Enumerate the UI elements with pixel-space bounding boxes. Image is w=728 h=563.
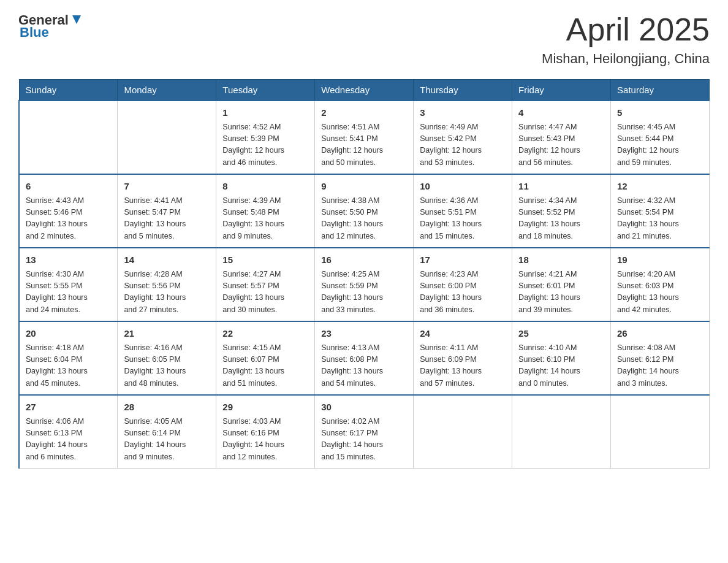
location-title: Mishan, Heilongjiang, China <box>542 51 710 67</box>
title-block: April 2025 Mishan, Heilongjiang, China <box>542 12 710 67</box>
day-info: Sunrise: 4:15 AM Sunset: 6:07 PM Dayligh… <box>222 342 308 390</box>
day-info: Sunrise: 4:18 AM Sunset: 6:04 PM Dayligh… <box>26 342 111 390</box>
day-info: Sunrise: 4:30 AM Sunset: 5:55 PM Dayligh… <box>26 269 111 316</box>
calendar-day-cell: 22Sunrise: 4:15 AM Sunset: 6:07 PM Dayli… <box>216 321 315 395</box>
calendar-header-tuesday: Tuesday <box>216 80 315 101</box>
day-number: 18 <box>518 253 604 267</box>
day-info: Sunrise: 4:38 AM Sunset: 5:50 PM Dayligh… <box>321 195 407 243</box>
calendar-day-cell: 19Sunrise: 4:20 AM Sunset: 6:03 PM Dayli… <box>611 248 710 321</box>
logo-blue: Blue <box>20 25 49 40</box>
calendar-day-cell: 21Sunrise: 4:16 AM Sunset: 6:05 PM Dayli… <box>118 321 216 395</box>
calendar-week-row: 27Sunrise: 4:06 AM Sunset: 6:13 PM Dayli… <box>19 395 710 469</box>
day-info: Sunrise: 4:23 AM Sunset: 6:00 PM Dayligh… <box>420 269 506 316</box>
calendar-day-cell <box>118 101 216 174</box>
day-number: 10 <box>420 180 506 194</box>
day-number: 23 <box>321 327 407 341</box>
day-info: Sunrise: 4:41 AM Sunset: 5:47 PM Dayligh… <box>124 195 210 243</box>
day-number: 8 <box>222 180 308 194</box>
day-number: 20 <box>26 327 111 341</box>
calendar-day-cell: 7Sunrise: 4:41 AM Sunset: 5:47 PM Daylig… <box>118 174 216 248</box>
day-number: 6 <box>26 180 111 194</box>
day-number: 7 <box>124 180 210 194</box>
day-info: Sunrise: 4:36 AM Sunset: 5:51 PM Dayligh… <box>420 195 506 243</box>
calendar-day-cell: 12Sunrise: 4:32 AM Sunset: 5:54 PM Dayli… <box>611 174 710 248</box>
day-number: 30 <box>321 400 407 415</box>
day-info: Sunrise: 4:10 AM Sunset: 6:10 PM Dayligh… <box>518 342 604 390</box>
day-number: 17 <box>420 253 506 267</box>
day-info: Sunrise: 4:21 AM Sunset: 6:01 PM Dayligh… <box>518 269 604 316</box>
day-info: Sunrise: 4:06 AM Sunset: 6:13 PM Dayligh… <box>26 416 111 464</box>
calendar-day-cell: 27Sunrise: 4:06 AM Sunset: 6:13 PM Dayli… <box>19 395 118 469</box>
day-number: 25 <box>518 327 604 341</box>
day-info: Sunrise: 4:20 AM Sunset: 6:03 PM Dayligh… <box>617 269 703 316</box>
calendar-day-cell: 17Sunrise: 4:23 AM Sunset: 6:00 PM Dayli… <box>414 248 512 321</box>
day-info: Sunrise: 4:05 AM Sunset: 6:14 PM Dayligh… <box>124 416 210 464</box>
calendar-day-cell: 18Sunrise: 4:21 AM Sunset: 6:01 PM Dayli… <box>512 248 611 321</box>
day-info: Sunrise: 4:52 AM Sunset: 5:39 PM Dayligh… <box>222 121 308 169</box>
day-number: 9 <box>321 180 407 194</box>
month-title: April 2025 <box>542 12 710 47</box>
day-number: 15 <box>222 253 308 267</box>
calendar-header-sunday: Sunday <box>19 80 118 101</box>
calendar-day-cell <box>414 395 512 469</box>
day-number: 5 <box>617 106 703 120</box>
day-info: Sunrise: 4:16 AM Sunset: 6:05 PM Dayligh… <box>124 342 210 390</box>
calendar-day-cell: 6Sunrise: 4:43 AM Sunset: 5:46 PM Daylig… <box>19 174 118 248</box>
calendar-header-row: SundayMondayTuesdayWednesdayThursdayFrid… <box>19 80 710 101</box>
calendar-day-cell: 29Sunrise: 4:03 AM Sunset: 6:16 PM Dayli… <box>216 395 315 469</box>
day-number: 1 <box>222 106 308 120</box>
day-info: Sunrise: 4:02 AM Sunset: 6:17 PM Dayligh… <box>321 416 407 464</box>
day-number: 14 <box>124 253 210 267</box>
calendar-day-cell: 8Sunrise: 4:39 AM Sunset: 5:48 PM Daylig… <box>216 174 315 248</box>
calendar-day-cell: 24Sunrise: 4:11 AM Sunset: 6:09 PM Dayli… <box>414 321 512 395</box>
calendar-day-cell: 25Sunrise: 4:10 AM Sunset: 6:10 PM Dayli… <box>512 321 611 395</box>
calendar-day-cell: 28Sunrise: 4:05 AM Sunset: 6:14 PM Dayli… <box>118 395 216 469</box>
day-number: 21 <box>124 327 210 341</box>
day-number: 22 <box>222 327 308 341</box>
svg-marker-0 <box>72 15 81 24</box>
calendar-week-row: 13Sunrise: 4:30 AM Sunset: 5:55 PM Dayli… <box>19 248 710 321</box>
day-number: 4 <box>518 106 604 120</box>
calendar-day-cell <box>611 395 710 469</box>
calendar-day-cell: 15Sunrise: 4:27 AM Sunset: 5:57 PM Dayli… <box>216 248 315 321</box>
calendar-day-cell: 11Sunrise: 4:34 AM Sunset: 5:52 PM Dayli… <box>512 174 611 248</box>
logo: General Blue <box>18 12 83 40</box>
calendar-day-cell: 10Sunrise: 4:36 AM Sunset: 5:51 PM Dayli… <box>414 174 512 248</box>
calendar-day-cell: 9Sunrise: 4:38 AM Sunset: 5:50 PM Daylig… <box>315 174 414 248</box>
day-info: Sunrise: 4:45 AM Sunset: 5:44 PM Dayligh… <box>617 121 703 169</box>
day-number: 19 <box>617 253 703 267</box>
calendar-header-saturday: Saturday <box>611 80 710 101</box>
calendar-day-cell: 30Sunrise: 4:02 AM Sunset: 6:17 PM Dayli… <box>315 395 414 469</box>
calendar-day-cell: 14Sunrise: 4:28 AM Sunset: 5:56 PM Dayli… <box>118 248 216 321</box>
day-info: Sunrise: 4:08 AM Sunset: 6:12 PM Dayligh… <box>617 342 703 390</box>
calendar-table: SundayMondayTuesdayWednesdayThursdayFrid… <box>18 79 710 469</box>
calendar-day-cell: 2Sunrise: 4:51 AM Sunset: 5:41 PM Daylig… <box>315 101 414 174</box>
day-number: 3 <box>420 106 506 120</box>
calendar-day-cell: 26Sunrise: 4:08 AM Sunset: 6:12 PM Dayli… <box>611 321 710 395</box>
calendar-week-row: 20Sunrise: 4:18 AM Sunset: 6:04 PM Dayli… <box>19 321 710 395</box>
day-info: Sunrise: 4:32 AM Sunset: 5:54 PM Dayligh… <box>617 195 703 243</box>
calendar-day-cell <box>19 101 118 174</box>
calendar-day-cell: 4Sunrise: 4:47 AM Sunset: 5:43 PM Daylig… <box>512 101 611 174</box>
calendar-day-cell <box>512 395 611 469</box>
day-info: Sunrise: 4:49 AM Sunset: 5:42 PM Dayligh… <box>420 121 506 169</box>
logo-triangle-icon <box>70 13 83 26</box>
day-number: 11 <box>518 180 604 194</box>
calendar-day-cell: 1Sunrise: 4:52 AM Sunset: 5:39 PM Daylig… <box>216 101 315 174</box>
day-number: 13 <box>26 253 111 267</box>
calendar-week-row: 6Sunrise: 4:43 AM Sunset: 5:46 PM Daylig… <box>19 174 710 248</box>
day-number: 29 <box>222 400 308 415</box>
day-info: Sunrise: 4:51 AM Sunset: 5:41 PM Dayligh… <box>321 121 407 169</box>
day-info: Sunrise: 4:28 AM Sunset: 5:56 PM Dayligh… <box>124 269 210 316</box>
day-number: 2 <box>321 106 407 120</box>
day-info: Sunrise: 4:25 AM Sunset: 5:59 PM Dayligh… <box>321 269 407 316</box>
day-info: Sunrise: 4:34 AM Sunset: 5:52 PM Dayligh… <box>518 195 604 243</box>
calendar-day-cell: 23Sunrise: 4:13 AM Sunset: 6:08 PM Dayli… <box>315 321 414 395</box>
calendar-day-cell: 5Sunrise: 4:45 AM Sunset: 5:44 PM Daylig… <box>611 101 710 174</box>
day-number: 12 <box>617 180 703 194</box>
day-number: 28 <box>124 400 210 415</box>
day-info: Sunrise: 4:27 AM Sunset: 5:57 PM Dayligh… <box>222 269 308 316</box>
page-header: General Blue April 2025 Mishan, Heilongj… <box>18 12 710 67</box>
calendar-day-cell: 3Sunrise: 4:49 AM Sunset: 5:42 PM Daylig… <box>414 101 512 174</box>
day-info: Sunrise: 4:13 AM Sunset: 6:08 PM Dayligh… <box>321 342 407 390</box>
